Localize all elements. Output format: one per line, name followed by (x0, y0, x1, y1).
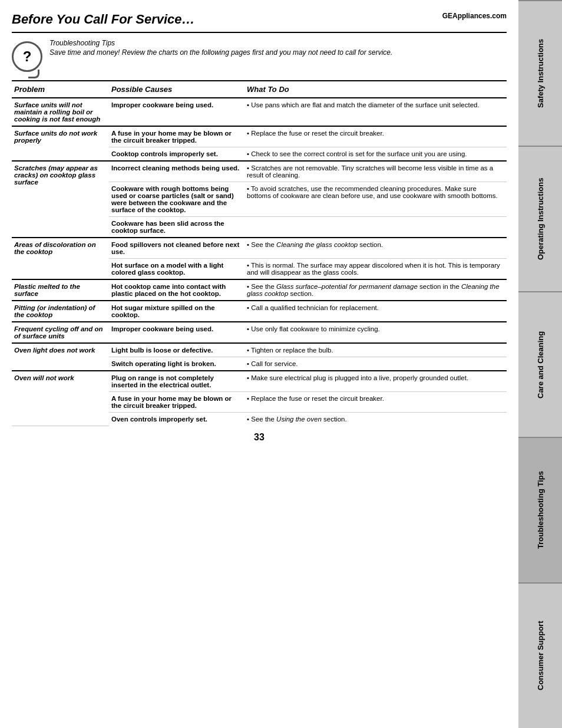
intro-text: Troubleshooting Tips Save time and money… (49, 39, 392, 57)
bullet (247, 164, 251, 172)
what-cell: Call a qualified technician for replacem… (244, 301, 507, 322)
page-header: Before You Call For Service… GEAppliance… (12, 12, 507, 33)
bullet (247, 347, 251, 354)
what-cell: Tighten or replace the bulb. (244, 343, 507, 357)
service-table: Problem Possible Causes What To Do Surfa… (12, 80, 507, 426)
bullet (247, 374, 251, 381)
problem-cell: Plastic melted to the surface (12, 279, 109, 301)
sidebar-tab-label: Troubleshooting Tips (536, 472, 545, 549)
what-cell: Call for service. (244, 357, 507, 371)
intro-body: Save time and money! Review the charts o… (49, 48, 392, 57)
causes-cell: Incorrect cleaning methods being used. (109, 161, 244, 182)
bullet (247, 416, 251, 423)
causes-cell: Improper cookware being used. (109, 322, 244, 343)
what-cell: Scratches are not removable. Tiny scratc… (244, 161, 507, 182)
table-row: Oven light does not work Light bulb is l… (12, 343, 507, 357)
sidebar-tab-label: Consumer Support (536, 621, 545, 691)
causes-cell: Switch operating light is broken. (109, 357, 244, 371)
table-row: Surface units do not work properly A fus… (12, 126, 507, 147)
table-row: Surface units will not maintain a rollin… (12, 98, 507, 126)
sidebar-tab-safety[interactable]: Safety Instructions (518, 0, 562, 146)
causes-cell: Food spillovers not cleaned before next … (109, 238, 244, 259)
sidebar-tab-consumer[interactable]: Consumer Support (518, 582, 562, 728)
causes-cell: A fuse in your home may be blown or the … (109, 392, 244, 413)
problem-cell: Surface units will not maintain a rollin… (12, 98, 109, 126)
col-header-problem: Problem (12, 81, 109, 98)
col-header-causes: Possible Causes (109, 81, 244, 98)
what-cell: See the Using the oven section. (244, 413, 507, 426)
bullet (247, 130, 251, 137)
what-cell (244, 217, 507, 238)
what-cell: See the Cleaning the glass cooktop secti… (244, 238, 507, 259)
table-row: Areas of discoloration on the cooktop Fo… (12, 238, 507, 259)
causes-cell: Cookware has been slid across the cookto… (109, 217, 244, 238)
table-row: Frequent cycling off and on of surface u… (12, 322, 507, 343)
causes-cell: Cooktop controls improperly set. (109, 147, 244, 162)
causes-cell: Oven controls improperly set. (109, 413, 244, 426)
causes-cell: Cookware with rough bottoms being used o… (109, 182, 244, 217)
bullet (247, 395, 251, 402)
bullet (247, 185, 251, 192)
problem-cell: Oven light does not work (12, 343, 109, 371)
table-row: Pitting (or indentation) of the cooktop … (12, 301, 507, 322)
what-cell: Make sure electrical plug is plugged int… (244, 371, 507, 392)
bullet (247, 241, 251, 248)
causes-cell: Hot surface on a model with a light colo… (109, 259, 244, 280)
col-header-what: What To Do (244, 81, 507, 98)
table-row: Oven will not work Plug on range is not … (12, 371, 507, 392)
what-cell: Check to see the correct control is set … (244, 147, 507, 162)
website-label: GEAppliances.com (442, 12, 507, 20)
bullet (247, 150, 251, 157)
problem-cell: Scratches (may appear as cracks) on cook… (12, 161, 109, 238)
question-icon: ? (12, 41, 42, 72)
causes-cell: Hot cooktop came into contact with plast… (109, 279, 244, 301)
intro-section: ? Troubleshooting Tips Save time and mon… (12, 39, 507, 72)
bullet (247, 325, 251, 332)
causes-cell: Hot sugar mixture spilled on the cooktop… (109, 301, 244, 322)
problem-cell: Oven will not work (12, 371, 109, 426)
bullet (247, 360, 251, 367)
problem-cell: Surface units do not work properly (12, 126, 109, 161)
table-row: Plastic melted to the surface Hot cookto… (12, 279, 507, 301)
sidebar-tab-label: Care and Cleaning (536, 331, 545, 398)
main-content: Before You Call For Service… GEAppliance… (0, 0, 518, 728)
sidebar-tab-troubleshooting[interactable]: Troubleshooting Tips (518, 437, 562, 582)
italic-text: Using the oven (276, 416, 322, 423)
bullet (247, 283, 251, 290)
italic-text: Glass surface–potential for permanent da… (276, 283, 418, 290)
causes-cell: A fuse in your home may be blown or the … (109, 126, 244, 147)
problem-cell: Areas of discoloration on the cooktop (12, 238, 109, 279)
italic-text: Cleaning the glass cooktop (276, 241, 358, 248)
bullet (247, 101, 251, 108)
intro-title: Troubleshooting Tips (49, 39, 392, 47)
problem-cell: Pitting (or indentation) of the cooktop (12, 301, 109, 322)
sidebar-tab-care[interactable]: Care and Cleaning (518, 291, 562, 437)
causes-cell: Improper cookware being used. (109, 98, 244, 126)
right-sidebar: Safety Instructions Operating Instructio… (518, 0, 562, 728)
causes-cell: Plug on range is not completely inserted… (109, 371, 244, 392)
what-cell: See the Glass surface–potential for perm… (244, 279, 507, 301)
what-cell: Replace the fuse or reset the circuit br… (244, 126, 507, 147)
table-row: Scratches (may appear as cracks) on cook… (12, 161, 507, 182)
page-title: Before You Call For Service… (12, 12, 195, 27)
what-cell: Use pans which are flat and match the di… (244, 98, 507, 126)
page-number: 33 (12, 432, 507, 443)
what-cell: Replace the fuse or reset the circuit br… (244, 392, 507, 413)
causes-cell: Light bulb is loose or defective. (109, 343, 244, 357)
problem-cell: Frequent cycling off and on of surface u… (12, 322, 109, 343)
sidebar-tab-operating[interactable]: Operating Instructions (518, 146, 562, 291)
what-cell: To avoid scratches, use the recommended … (244, 182, 507, 217)
sidebar-tab-label: Safety Instructions (536, 39, 545, 108)
sidebar-tab-label: Operating Instructions (536, 178, 545, 260)
bullet (247, 304, 251, 311)
bullet (247, 262, 251, 269)
what-cell: Use only flat cookware to minimize cycli… (244, 322, 507, 343)
what-cell: This is normal. The surface may appear d… (244, 259, 507, 280)
